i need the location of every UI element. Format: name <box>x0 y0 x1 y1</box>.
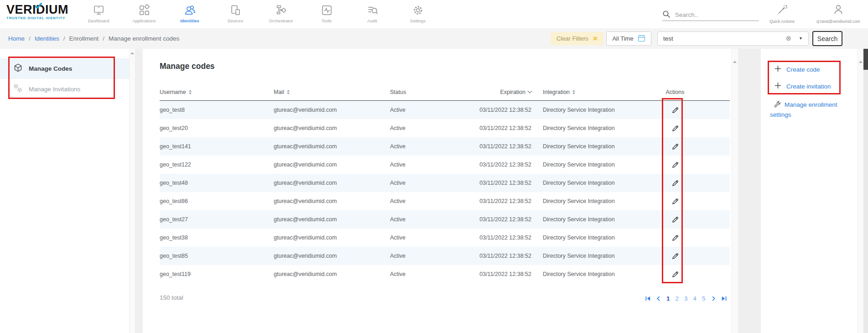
global-search-input[interactable] <box>675 11 759 18</box>
brand-tagline: TRUSTED DIGITAL IDENTITY <box>6 16 79 20</box>
sidebar-scrollbar[interactable] <box>129 49 135 333</box>
pagination: 12345 <box>645 295 727 302</box>
edit-action-button[interactable] <box>670 123 681 134</box>
date-range-button[interactable]: All Time <box>606 31 651 46</box>
cell-integration: Directory Service Integration <box>543 234 661 241</box>
search-icon <box>662 10 670 20</box>
nav-item-settings[interactable]: Settings <box>395 0 441 28</box>
cell-expiration: 03/11/2022 12:38:52 <box>458 180 531 186</box>
cell-actions <box>661 141 689 152</box>
pagination-page-1[interactable]: 1 <box>666 295 670 302</box>
clear-input-icon[interactable]: ⊗ <box>785 35 791 42</box>
search-options-caret-icon[interactable]: ▾ <box>800 36 802 41</box>
create-code-link[interactable]: Create code <box>774 65 820 74</box>
nav-item-label: Orchestrator <box>269 18 293 23</box>
cell-integration: Directory Service Integration <box>543 216 661 223</box>
table-row: geo_test48gtureac@veridiumid.comActive03… <box>160 174 730 192</box>
pagination-page-2[interactable]: 2 <box>676 295 679 302</box>
left-sidebar: Manage CodesManage Invitations <box>0 49 129 333</box>
nav-item-audit[interactable]: Audit <box>349 0 395 28</box>
edit-action-button[interactable] <box>670 141 681 152</box>
nav-item-identities[interactable]: Identities <box>167 0 213 28</box>
veridium-admin-app: VERIDIUM TRUSTED DIGITAL IDENTITY Dashbo… <box>0 0 868 333</box>
edit-action-button[interactable] <box>670 214 681 225</box>
edit-action-button[interactable] <box>670 159 681 170</box>
column-header-mail[interactable]: Mail <box>274 89 390 95</box>
edit-action-button[interactable] <box>670 104 681 115</box>
column-header-expiration[interactable]: Expiration <box>458 89 531 95</box>
quick-actions-button[interactable]: Quick Actions <box>763 4 801 24</box>
table-row: geo_test8gtureac@veridiumid.comActive03/… <box>160 101 730 119</box>
cell-username: geo_test27 <box>160 216 274 223</box>
magic-wand-icon <box>776 4 788 17</box>
cell-expiration: 03/11/2022 12:38:52 <box>458 271 531 277</box>
settings-icon <box>412 3 424 17</box>
cell-status: Active <box>390 161 458 168</box>
column-header-integration[interactable]: Integration <box>543 89 661 95</box>
cell-expiration: 03/11/2022 12:38:52 <box>458 107 531 113</box>
column-header-username[interactable]: Username <box>160 89 274 95</box>
sort-icon <box>572 90 575 94</box>
identities-icon <box>184 3 196 17</box>
cell-status: Active <box>390 107 458 113</box>
cell-actions <box>661 104 689 115</box>
wrench-icon <box>770 101 785 108</box>
user-email: q'ctest@veridiumid.com <box>816 19 860 24</box>
nav-item-tools[interactable]: Tools <box>304 0 349 28</box>
edit-action-button[interactable] <box>670 250 681 261</box>
column-label: Username <box>160 89 186 95</box>
right-panel-scrollbar[interactable] <box>858 49 863 333</box>
breadcrumb-item-home[interactable]: Home <box>8 35 25 42</box>
edit-action-button[interactable] <box>670 196 681 207</box>
cell-status: Active <box>390 180 458 186</box>
dashboard-icon <box>93 3 105 17</box>
top-navbar: VERIDIUM TRUSTED DIGITAL IDENTITY Dashbo… <box>0 0 868 28</box>
edit-action-button[interactable] <box>670 232 681 243</box>
manage-enrollment-settings-link[interactable]: Manage enrollment settings <box>770 100 852 120</box>
cell-expiration: 03/11/2022 12:38:52 <box>458 198 531 204</box>
cell-integration: Directory Service Integration <box>543 253 661 259</box>
cell-integration: Directory Service Integration <box>543 271 661 277</box>
pagination-page-5[interactable]: 5 <box>702 295 706 302</box>
table-row: geo_test119gtureac@veridiumid.comActive0… <box>160 265 730 283</box>
plus-icon <box>774 82 781 91</box>
clear-filters-button[interactable]: Clear Filters × <box>551 32 603 45</box>
page-title: Manage codes <box>160 62 215 71</box>
pagination-page-3[interactable]: 3 <box>684 295 688 302</box>
cell-status: Active <box>390 125 458 131</box>
create-invitation-link[interactable]: Create invitation <box>774 82 831 91</box>
cell-username: geo_test8 <box>160 107 274 113</box>
pagination-prev-icon[interactable] <box>656 296 661 301</box>
sidebar-item-label: Manage Invitations <box>29 86 80 93</box>
search-button[interactable]: Search <box>812 31 842 46</box>
window-scrollbar-thumb[interactable] <box>863 49 868 70</box>
sidebar-item-manage-codes[interactable]: Manage Codes <box>0 58 129 79</box>
cell-mail: gtureac@veridiumid.com <box>274 271 390 277</box>
edit-action-button[interactable] <box>670 177 681 188</box>
cell-actions <box>661 214 689 225</box>
nav-item-dashboard[interactable]: Dashboard <box>76 0 121 28</box>
window-scrollbar[interactable] <box>863 49 868 333</box>
pagination-page-4[interactable]: 4 <box>693 295 697 302</box>
edit-action-button[interactable] <box>670 269 681 280</box>
nav-item-devices[interactable]: Devices <box>213 0 258 28</box>
nav-item-applications[interactable]: Applications <box>121 0 167 28</box>
breadcrumb-item-identities[interactable]: Identities <box>35 35 59 42</box>
main-navigation: DashboardApplicationsIdentitiesDevicesOr… <box>76 0 441 28</box>
brand-name: VERIDIUM <box>6 3 79 16</box>
cell-expiration: 03/11/2022 12:38:52 <box>458 161 531 168</box>
nav-item-orchestrator[interactable]: Orchestrator <box>258 0 304 28</box>
tools-icon <box>321 3 333 17</box>
cell-actions <box>661 269 689 280</box>
cell-username: geo_test119 <box>160 271 274 277</box>
user-menu-button[interactable]: q'ctest@veridiumid.com <box>806 4 868 24</box>
audit-icon <box>366 3 379 17</box>
pagination-last-icon[interactable] <box>722 296 727 301</box>
main-content-panel: Manage codes UsernameMailStatusExpiratio… <box>143 49 738 333</box>
pagination-first-icon[interactable] <box>645 296 650 301</box>
veridium-logo[interactable]: VERIDIUM TRUSTED DIGITAL IDENTITY <box>6 3 79 20</box>
cell-username: geo_test122 <box>160 161 274 168</box>
sidebar-item-manage-invitations[interactable]: Manage Invitations <box>0 79 129 99</box>
pagination-next-icon[interactable] <box>711 296 716 301</box>
content-scrollbar[interactable] <box>732 49 738 333</box>
